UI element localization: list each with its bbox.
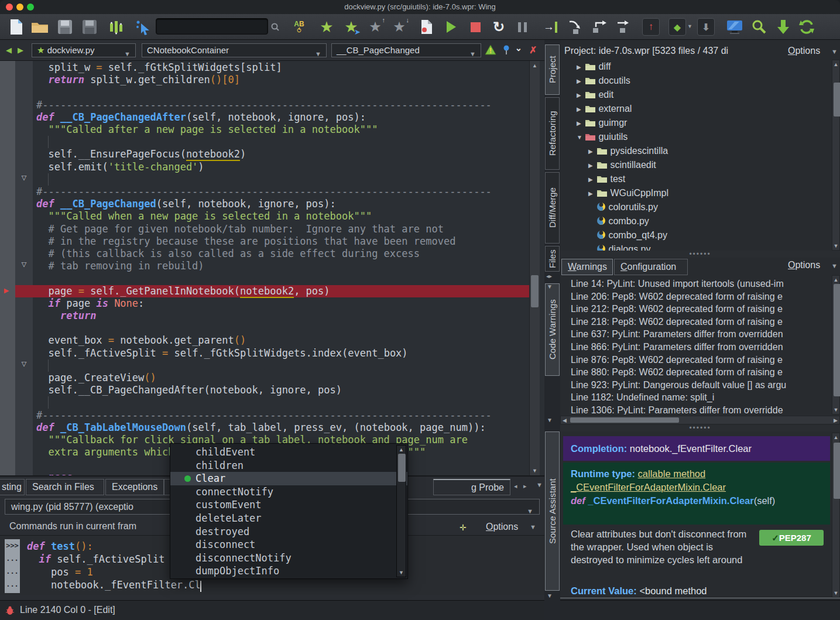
tab-exceptions[interactable]: Exceptions	[105, 479, 164, 495]
warnings-hscrollbar[interactable]: ◀ ▶	[560, 416, 840, 424]
fold-marker-icon[interactable]: ▽	[19, 360, 29, 368]
sa-scrollbar[interactable]: ▲ ▼	[832, 433, 840, 598]
popup-item-Clear[interactable]: Clear	[170, 472, 407, 485]
tree-item-external[interactable]: ▶ external	[577, 102, 632, 116]
toolbar-search-input[interactable]	[156, 18, 268, 35]
popup-scrollbar[interactable]: ▲ ▼	[396, 445, 406, 577]
vstrip-chevron3-icon[interactable]: ▼	[547, 592, 553, 599]
warning-item[interactable]: Line 212: Pep8: W602 deprecated form of …	[571, 303, 783, 316]
warning-item[interactable]: Line 218: Pep8: W602 deprecated form of …	[571, 316, 783, 328]
breakpoint-arrow-icon[interactable]: ►	[2, 286, 11, 295]
tree-item-edit[interactable]: ▶ edit	[577, 88, 613, 102]
tree-item-combo_qt4-py[interactable]: combo_qt4.py	[588, 228, 667, 242]
tree-item-guiutils[interactable]: ▼ guiutils	[577, 130, 628, 144]
pause-icon[interactable]	[512, 16, 533, 37]
step-over-icon[interactable]	[565, 16, 586, 37]
step-to-cursor-icon[interactable]	[613, 16, 634, 37]
step-out-icon[interactable]	[589, 16, 610, 37]
warning-item[interactable]: Line 866: PyLint: Parameters differ from…	[571, 341, 783, 354]
next-bookmark-icon[interactable]: ★↓	[389, 16, 410, 37]
open-folder-icon[interactable]	[29, 16, 50, 37]
splitter-2[interactable]: ••••••	[560, 425, 840, 431]
class-dropdown[interactable]: CNotebookContainer ▼	[142, 43, 327, 57]
tree-item-scintillaedit[interactable]: ▶ scintillaedit	[588, 158, 656, 172]
popup-item-disconnect[interactable]: disconnect	[170, 538, 407, 552]
tree-item-colorutils-py[interactable]: colorutils.py	[588, 200, 658, 214]
tab-warnings[interactable]: Warnings	[561, 259, 613, 275]
popup-item-children[interactable]: children	[170, 459, 407, 472]
vtab-diff-merge[interactable]: Diff/Merge	[545, 172, 560, 244]
refresh-icon[interactable]	[796, 16, 817, 37]
project-scrollbar[interactable]: ▲ ▼	[832, 60, 840, 251]
warning-item[interactable]: Line 880: Pep8: W602 deprecated form of …	[571, 366, 783, 379]
popup-item-destroyed[interactable]: destroyed	[170, 525, 407, 539]
tree-item-combo-py[interactable]: combo.py	[588, 214, 649, 228]
tab-debug-probe[interactable]: g Probe	[433, 479, 510, 495]
vtab-source-assistant[interactable]: Source Assistant	[545, 431, 560, 591]
project-tree[interactable]: ▶ diff▶ docutils▶ edit▶ external▶ guimgr…	[560, 60, 832, 251]
code-editor[interactable]: split_w = self._fGtkSplitWidgets[split] …	[0, 61, 544, 475]
sparkle-icon[interactable]: ✛	[460, 523, 467, 532]
prev-bookmark-icon[interactable]: ★↑	[365, 16, 386, 37]
search-code-icon[interactable]	[749, 16, 770, 37]
runtime-type-link2[interactable]: _CEventFilterForAdapterMixin.Clear	[571, 482, 726, 492]
tab-scroll-left-icon[interactable]: ◂	[514, 482, 517, 490]
fold-marker-icon[interactable]: ▽	[19, 261, 29, 268]
tree-item-guimgr[interactable]: ▶ guimgr	[577, 116, 627, 130]
stop-icon[interactable]	[465, 16, 486, 37]
tab-scroll-right-icon[interactable]: ▸	[523, 482, 527, 490]
warnings-vscrollbar[interactable]: ▲ ▼	[832, 275, 840, 415]
goto-bookmark-icon[interactable]: ★➤	[341, 16, 362, 37]
breakpoint-disable-icon[interactable]: ⬇	[695, 16, 716, 37]
bottom-options-button[interactable]: Options	[486, 522, 518, 532]
vtab-refactoring[interactable]: Refactoring	[545, 97, 560, 170]
vtab-code-warnings[interactable]: Code Warnings	[545, 283, 560, 376]
vtab-project[interactable]: Project	[545, 44, 560, 95]
vstrip-chevron1-icon[interactable]: ▼	[547, 283, 553, 290]
replace-ab-icon[interactable]: AB⥀	[289, 16, 310, 37]
method-dropdown[interactable]: __CB_PageChanged ▼	[331, 43, 481, 57]
popup-item-disconnectNotify[interactable]: disconnectNotify	[170, 552, 407, 565]
fold-marker-icon[interactable]: ▽	[19, 174, 29, 181]
breakpoint-margin[interactable]	[0, 61, 15, 475]
popup-item-childEvent[interactable]: childEvent	[170, 446, 407, 459]
breakpoint-diamond-icon[interactable]: ◆▼	[667, 16, 688, 37]
debug-console-icon[interactable]	[724, 16, 745, 37]
raise-exception-icon[interactable]: ↑	[640, 16, 661, 37]
bug-icon[interactable]	[5, 605, 15, 618]
popup-item-customEvent[interactable]: customEvent	[170, 498, 407, 512]
debug-file-icon[interactable]	[416, 16, 437, 37]
project-options-caret[interactable]: ▼	[831, 48, 838, 55]
vstrip-chevron2-icon[interactable]: ▼	[547, 417, 553, 423]
pin-icon[interactable]	[501, 44, 512, 57]
tree-item-diff[interactable]: ▶ diff	[577, 60, 611, 74]
save-icon[interactable]	[54, 16, 76, 37]
select-cursor-icon[interactable]	[133, 16, 154, 37]
tree-item-docutils[interactable]: ▶ docutils	[577, 74, 630, 88]
chevron-down-icon[interactable]: ⌄	[515, 43, 522, 53]
step-into-icon[interactable]: →	[540, 16, 561, 37]
warning-item[interactable]: Line 14: PyLint: Unused import itertools…	[571, 278, 784, 290]
popup-item-deleteLater[interactable]: deleteLater	[170, 512, 407, 525]
new-file-icon[interactable]	[6, 16, 27, 37]
tree-item-pysidescintilla[interactable]: ▶ pysidescintilla	[588, 144, 668, 158]
warning-item[interactable]: Line 876: Pep8: W602 deprecated form of …	[571, 354, 783, 366]
tree-item-test[interactable]: ▶ test	[588, 172, 625, 186]
download-icon[interactable]	[773, 16, 794, 37]
warnings-list[interactable]: Line 14: PyLint: Unused import itertools…	[560, 275, 832, 415]
tab-search-in-files[interactable]: Search in Files	[26, 479, 104, 495]
popup-item-connectNotify[interactable]: connectNotify	[170, 485, 407, 499]
warnings-options-caret[interactable]: ▼	[831, 262, 838, 269]
tree-item-WGuiCppImpl[interactable]: ▶ WGuiCppImpl	[588, 186, 668, 200]
nav-back-icon[interactable]: ◀	[6, 46, 12, 54]
restart-icon[interactable]: ↻	[488, 16, 509, 37]
file-dropdown[interactable]: ★ dockview.py ▼	[32, 43, 136, 57]
project-options-button[interactable]: Options	[788, 46, 820, 56]
bottom-options-caret[interactable]: ▼	[530, 523, 536, 530]
popup-item-dumpObjectInfo[interactable]: dumpObjectInfo	[170, 564, 407, 578]
warning-item[interactable]: Line 206: Pep8: W602 deprecated form of …	[571, 290, 783, 303]
warnings-options-button[interactable]: Options	[788, 260, 820, 270]
tab-sting[interactable]: sting	[0, 479, 25, 495]
autocomplete-popup[interactable]: childEventchildrenClearconnectNotifycust…	[170, 443, 408, 579]
tree-item-dialogs-py[interactable]: dialogs.py	[588, 242, 651, 251]
